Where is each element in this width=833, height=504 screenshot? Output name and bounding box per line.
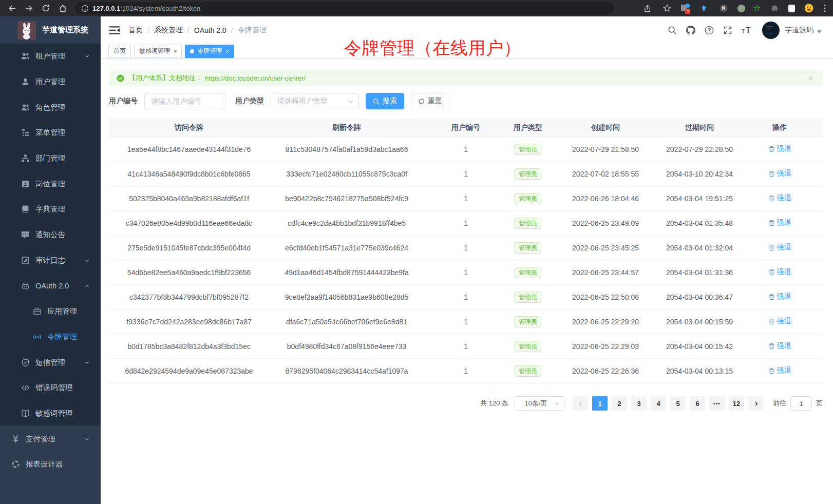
pagination: 共 120 条 10条/页 123456•••12 前往 页 [109, 396, 823, 411]
page-button-5[interactable]: 5 [670, 396, 686, 411]
sidebar-item-岗位管理[interactable]: 岗位管理 [0, 171, 101, 197]
sidebar-item-令牌管理[interactable]: 令牌管理 [0, 324, 101, 350]
sidebar-item-label: 支付管理 [26, 434, 55, 444]
browser-forward-icon[interactable] [23, 3, 34, 14]
force-logout-button[interactable]: 强退 [768, 341, 791, 351]
tab-home[interactable]: 首页 [108, 45, 131, 58]
page-size-select[interactable]: 10条/页 [515, 396, 564, 411]
tab-sensitive-words[interactable]: 敏感词管理× [134, 45, 182, 58]
site-info-icon[interactable] [81, 3, 89, 14]
browser-home-icon[interactable] [57, 3, 68, 14]
tab-close-icon[interactable]: × [174, 48, 177, 54]
force-logout-button[interactable]: 强退 [768, 218, 791, 227]
force-logout-button[interactable]: 强退 [768, 366, 791, 375]
github-icon[interactable] [686, 26, 695, 35]
force-logout-button[interactable]: 强退 [768, 169, 791, 178]
chevron-up-icon [84, 283, 90, 289]
sidebar-item-审计日志[interactable]: 审计日志 [0, 248, 101, 274]
broadcast-icon [33, 333, 42, 341]
sidebar-item-支付管理[interactable]: 支付管理 [0, 426, 101, 452]
users-icon [21, 103, 30, 112]
sidebar-item-通知公告[interactable]: 通知公告 [0, 222, 101, 248]
page-button-3[interactable]: 3 [631, 396, 647, 411]
address-bar[interactable]: 127.0.0.1:1024/system/oauth2/token [75, 2, 614, 14]
refresh-token-cell: 8796295f04064c2983414cc54af1097a [269, 367, 424, 375]
font-size-icon[interactable]: TT [742, 26, 753, 35]
prev-page-button[interactable] [573, 396, 588, 411]
tab-close-icon[interactable]: × [225, 48, 229, 54]
sidebar-item-字典管理[interactable]: 字典管理 [0, 197, 101, 222]
extension-notification-icon[interactable]: 9 [681, 4, 690, 13]
access-token-cell: 1ea5e44f8bc1467aaede43144f31de76 [109, 145, 269, 153]
robot-icon [21, 282, 30, 290]
profile-avatar-emoji[interactable] [803, 3, 815, 14]
force-logout-button[interactable]: 强退 [768, 193, 791, 203]
reset-button[interactable]: 重置 [411, 93, 449, 109]
sidebar-item-租户管理[interactable]: 租户管理 [0, 44, 101, 69]
report-icon [11, 460, 20, 469]
page-button-1[interactable]: 1 [592, 396, 608, 411]
force-logout-button[interactable]: 强退 [768, 144, 791, 153]
sidebar-item-应用管理[interactable]: 应用管理 [0, 299, 101, 324]
user-avatar[interactable] [762, 22, 780, 39]
annotation-text: 令牌管理（在线用户） [344, 36, 521, 60]
breadcrumb-home[interactable]: 首页 [128, 26, 143, 35]
audit-log-icon [21, 256, 30, 265]
user-type-select[interactable]: 请选择用户类型 [271, 93, 359, 109]
next-page-button[interactable] [748, 396, 764, 411]
page-button-4[interactable]: 4 [651, 396, 666, 411]
extension-star-icon[interactable]: ☆ [753, 4, 761, 12]
browser-back-icon[interactable] [6, 3, 17, 14]
sidebar-item-菜单管理[interactable]: 菜单管理 [0, 120, 101, 146]
user-caret-icon[interactable] [817, 30, 822, 33]
table-row: 41c41346a548490f9dc8b01c6bfe0865333ecfc7… [109, 162, 823, 186]
tab-token[interactable]: 令牌管理× [185, 45, 234, 58]
search-button[interactable]: 搜索 [366, 93, 404, 109]
browser-reload-icon[interactable] [40, 3, 51, 14]
extension-command-icon[interactable]: ⌘ [718, 3, 729, 14]
force-logout-button[interactable]: 强退 [768, 292, 791, 301]
user-id-input[interactable] [144, 93, 225, 109]
hamburger-icon[interactable] [109, 26, 120, 35]
force-logout-button[interactable]: 强退 [768, 317, 791, 326]
alert-close-icon[interactable]: × [808, 74, 813, 83]
breadcrumb-oauth[interactable]: OAuth 2.0 [194, 26, 226, 34]
created-time-cell: 2022-06-25 23:44:57 [548, 268, 662, 277]
sidebar-item-OAuth 2.0[interactable]: OAuth 2.0 [0, 273, 101, 299]
sidebar-item-label: 字典管理 [35, 204, 65, 214]
created-time-cell: 2022-07-29 21:58:50 [548, 145, 662, 153]
sidebar-item-敏感词管理[interactable]: 敏感词管理 [0, 401, 101, 427]
goto-page-input[interactable] [790, 396, 812, 411]
sidebar-item-部门管理[interactable]: 部门管理 [0, 146, 101, 171]
help-icon[interactable] [705, 26, 714, 35]
force-logout-button[interactable]: 强退 [768, 243, 791, 252]
fullscreen-icon[interactable] [723, 26, 732, 35]
app-logo[interactable]: 芋道管理系统 [0, 16, 101, 44]
sidebar-item-用户管理[interactable]: 用户管理 [0, 69, 101, 95]
extension-square-icon[interactable] [788, 5, 795, 12]
extension-gem-icon[interactable] [698, 3, 710, 14]
doc-link[interactable]: https://doc.iocoder.cn/user-center/ [205, 74, 306, 82]
breadcrumb-system[interactable]: 系统管理 [154, 26, 183, 35]
force-logout-button[interactable]: 强退 [768, 267, 791, 277]
extensions-puzzle-icon[interactable] [769, 3, 780, 14]
share-icon[interactable] [642, 3, 653, 14]
bookmark-star-icon[interactable] [661, 3, 673, 14]
page-button-6[interactable]: 6 [690, 396, 705, 411]
sidebar-item-错误码管理[interactable]: 错误码管理 [0, 375, 101, 401]
post-icon [21, 180, 30, 188]
pager-ellipsis[interactable]: ••• [709, 396, 725, 411]
doc-alert: 【用户体系】文档地址： https://doc.iocoder.cn/user-… [109, 70, 823, 86]
page-button-12[interactable]: 12 [729, 396, 744, 411]
page-button-2[interactable]: 2 [612, 396, 627, 411]
sidebar-item-报表设计器[interactable]: 报表设计器 [0, 452, 101, 477]
user-type-cell: 管理员 [507, 144, 548, 155]
sidebar-item-角色管理[interactable]: 角色管理 [0, 94, 101, 120]
header-search-icon[interactable] [668, 26, 677, 35]
browser-menu-icon[interactable] [823, 3, 827, 14]
sidebar-item-label: 审计日志 [35, 256, 65, 265]
username[interactable]: 芋道源码 [785, 26, 813, 35]
refresh-token-cell: 9ce8ef2aa9f14056b831ae9b608e28d5 [269, 293, 424, 301]
extension-circle-icon[interactable] [737, 5, 745, 12]
sidebar-item-短信管理[interactable]: 短信管理 [0, 350, 101, 375]
